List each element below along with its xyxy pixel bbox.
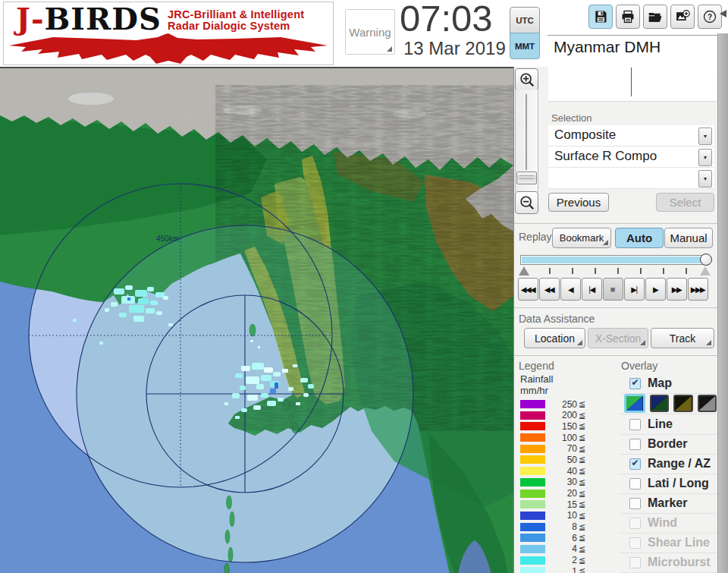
- legend-label: Legend: [519, 360, 554, 372]
- map-style-swatches: [620, 393, 717, 414]
- slider-end-marker[interactable]: [700, 266, 711, 275]
- svg-text:?: ?: [708, 13, 712, 21]
- header: J-BIRDS JRC-Brilliant & Intelligent Rada…: [0, 0, 728, 67]
- select-button: Select: [656, 193, 714, 212]
- map-style-terrain-dark[interactable]: [650, 395, 670, 412]
- zoom-slider-handle[interactable]: [516, 172, 537, 184]
- checkbox[interactable]: [629, 458, 641, 470]
- playback-controls: ◀◀◀ ◀◀ ◀ |◀ ■ ▶| ▶ ▶▶ ▶▶▶: [518, 278, 708, 301]
- overlay-item-map[interactable]: Map: [620, 373, 717, 394]
- fast-forward-button[interactable]: ▶▶: [667, 278, 687, 301]
- open-folder-button[interactable]: [643, 5, 667, 29]
- x-section-button: X-Section: [588, 328, 648, 348]
- overlay-item-marker[interactable]: Marker: [620, 493, 717, 514]
- radar-map: 450km: [0, 68, 513, 573]
- add-image-button[interactable]: [670, 5, 695, 29]
- selection-label: Selection: [551, 112, 592, 124]
- overlay-item-lati-long[interactable]: Lati / Long: [620, 474, 717, 494]
- header-rule: [548, 35, 717, 36]
- zoom-in-icon: [519, 71, 535, 88]
- rewind-full-button[interactable]: ◀◀◀: [518, 278, 538, 301]
- add-image-icon: [675, 9, 690, 24]
- logo-title-black: BIRDS: [45, 1, 162, 36]
- manual-mode-button[interactable]: Manual: [664, 228, 713, 248]
- clock-time: 07:03: [400, 0, 493, 39]
- logo-title-red: J-: [16, 1, 45, 36]
- track-button[interactable]: Track: [651, 328, 714, 348]
- previous-button[interactable]: Previous: [548, 193, 609, 212]
- play-button[interactable]: ▶: [645, 278, 666, 301]
- product-dropdown-3[interactable]: ▼: [548, 168, 714, 189]
- zoom-in-button[interactable]: [515, 68, 538, 91]
- zoom-out-button[interactable]: [515, 191, 538, 214]
- bookmark-button[interactable]: Bookmark: [552, 228, 611, 248]
- logo-title: J-BIRDS: [16, 1, 162, 36]
- data-assistance-label: Data Assistance: [519, 313, 595, 325]
- checkbox[interactable]: [629, 478, 641, 490]
- utc-button[interactable]: UTC: [510, 7, 540, 33]
- checkbox: [629, 537, 641, 549]
- overlay-label: Overlay: [621, 360, 657, 372]
- zoom-slider-track[interactable]: [515, 90, 538, 192]
- overlay-item-line[interactable]: Line: [620, 414, 717, 435]
- site-entry-field[interactable]: [548, 63, 717, 102]
- radar-map-viewport[interactable]: 450km: [0, 67, 513, 573]
- rainfall-legend: Rainfall mm/hr 250≦ 200≦ 150≦ 100≦ 70≦ 5…: [520, 373, 615, 573]
- print-icon: [620, 9, 635, 24]
- product-dropdown-1[interactable]: Composite ▼: [548, 125, 714, 146]
- location-button[interactable]: Location: [524, 328, 585, 348]
- rewind-button[interactable]: ◀◀: [539, 278, 560, 301]
- replay-time-slider[interactable]: [520, 255, 710, 265]
- map-zoom-control: [515, 68, 538, 213]
- help-button[interactable]: ?: [698, 5, 722, 29]
- map-style-terrain-gray[interactable]: [698, 395, 717, 412]
- play-reverse-button[interactable]: ◀: [560, 278, 581, 301]
- toolbar: ?: [588, 5, 722, 29]
- app-logo: J-BIRDS JRC-Brilliant & Intelligent Rada…: [3, 2, 334, 65]
- print-button[interactable]: [616, 5, 640, 29]
- checkbox[interactable]: [629, 498, 641, 509]
- checkbox[interactable]: [629, 419, 641, 430]
- save-button[interactable]: [588, 5, 613, 29]
- replay-slider-handle[interactable]: [700, 253, 712, 266]
- help-icon: ?: [702, 9, 717, 24]
- checkbox: [629, 557, 641, 568]
- open-folder-icon: [648, 9, 663, 24]
- logo-tagline: JRC-Brilliant & Intelligent Radar Dialog…: [168, 9, 304, 32]
- replay-label: Replay: [519, 231, 552, 243]
- panel-edge-strip: [717, 33, 728, 573]
- dropdown-arrow-icon[interactable]: ▼: [698, 149, 712, 166]
- overlay-item-microburst: Microburst: [620, 553, 717, 573]
- slider-start-marker[interactable]: [519, 266, 529, 275]
- overlay-item-border[interactable]: Border: [620, 434, 717, 455]
- dropdown-arrow-icon[interactable]: ▼: [698, 170, 712, 187]
- legend-unit: mm/hr: [520, 385, 615, 396]
- site-owner-label: Myanmar DMH: [554, 38, 661, 56]
- step-forward-button[interactable]: ▶|: [624, 278, 645, 301]
- dropdown-arrow-icon[interactable]: ▼: [698, 128, 712, 145]
- map-style-terrain-color[interactable]: [624, 394, 645, 413]
- step-back-button[interactable]: |◀: [582, 278, 602, 301]
- control-panel: Selection Composite ▼ Surface R Compo ▼ …: [513, 67, 718, 573]
- replay-slider-ticks: [520, 266, 710, 276]
- mmt-button[interactable]: MMT: [510, 33, 540, 59]
- forward-full-button[interactable]: ▶▶▶: [688, 278, 708, 301]
- overlay-item-range-az[interactable]: Range / AZ: [620, 454, 717, 474]
- range-ring-label: 450km: [156, 235, 179, 243]
- clock-date: 13 Mar 2019: [403, 38, 506, 59]
- stop-button[interactable]: ■: [603, 278, 623, 301]
- save-icon: [593, 9, 608, 24]
- text-caret: [631, 68, 632, 96]
- overlay-item-shear-line: Shear Line: [620, 533, 717, 553]
- legend-title: Rainfall: [520, 373, 615, 385]
- checkbox[interactable]: [629, 378, 641, 389]
- product-dropdown-2[interactable]: Surface R Compo ▼: [548, 146, 714, 168]
- checkbox: [629, 518, 641, 529]
- auto-mode-button[interactable]: Auto: [615, 228, 664, 248]
- overlay-item-wind: Wind: [620, 513, 717, 534]
- map-style-terrain-olive[interactable]: [673, 395, 693, 412]
- zoom-out-icon: [519, 194, 535, 211]
- collapse-panel-icon[interactable]: [720, 10, 726, 17]
- warning-button[interactable]: Warning: [345, 9, 395, 55]
- checkbox[interactable]: [629, 439, 641, 450]
